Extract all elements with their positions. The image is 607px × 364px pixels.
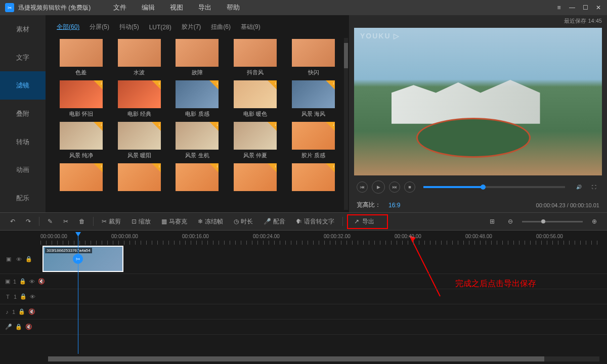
export-button[interactable]: ↗导出 — [347, 214, 388, 229]
watermark: YOUKU ▷ — [360, 32, 400, 40]
video-track[interactable]: ▣👁🔒 303f18662533767a4a54 ✂ — [0, 245, 607, 274]
menu-export[interactable]: 导出 — [191, 3, 219, 12]
export-icon: ↗ — [354, 218, 359, 225]
filter-thumbnail[interactable]: 风景 生机 — [173, 122, 222, 159]
filter-tab[interactable]: 扭曲(6) — [211, 23, 231, 31]
freeze-icon: ❄ — [198, 218, 203, 225]
fullscreen-icon[interactable]: ⛶ — [588, 181, 599, 193]
sidebar-tab-transition[interactable]: 转场 — [0, 128, 46, 156]
clock-icon: ◷ — [234, 218, 239, 225]
filter-tab[interactable]: 全部(60) — [57, 23, 79, 31]
filter-thumbnail[interactable]: 风景 纯净 — [57, 122, 106, 159]
crop-icon: ✂ — [102, 218, 107, 225]
thumbnail-label: 风景 纯净 — [69, 152, 93, 159]
filter-thumbnail[interactable]: 故障 — [173, 39, 222, 76]
filter-thumbnail[interactable] — [173, 163, 222, 193]
filter-thumbnail[interactable]: 色差 — [57, 39, 106, 76]
edit-tool-icon[interactable]: ✎ — [44, 216, 57, 226]
zoom-slider[interactable] — [522, 221, 583, 222]
hamburger-icon[interactable]: ≡ — [555, 4, 562, 11]
filter-thumbnails-grid: 色差水波故障抖音风快闪电影 怀旧电影 经典电影 质感电影 暖色风景 海风风景 纯… — [52, 39, 343, 193]
crop-tool[interactable]: ✂裁剪 — [98, 216, 125, 228]
dub-tool[interactable]: 🎤配音 — [259, 216, 289, 228]
filter-tab[interactable]: 分屏(5) — [90, 23, 109, 31]
sidebar-tab-filter[interactable]: 滤镜 — [0, 71, 46, 100]
filter-thumbnail[interactable]: 快闪 — [289, 39, 338, 76]
cut-tool-icon[interactable]: ✂ — [59, 216, 72, 226]
filter-thumbnail[interactable]: 风景 暖阳 — [115, 122, 164, 159]
ruler-tick: 00:00:48.00 — [465, 234, 492, 239]
aspect-value[interactable]: 16:9 — [388, 202, 400, 209]
filter-tab[interactable]: 胶片(7) — [182, 23, 201, 31]
filter-thumbnail[interactable]: 风景 海风 — [289, 80, 338, 118]
filter-thumbnail[interactable] — [115, 163, 164, 193]
titlebar: ✂ 迅捷视频剪辑软件 (免费版) 文件 编辑 视图 导出 帮助 ≡ — ☐ ✕ — [0, 0, 607, 15]
audio-track[interactable]: ♪1🔒🔇 — [0, 304, 607, 320]
text-track[interactable]: T1🔒👁 — [0, 289, 607, 304]
filter-thumbnail[interactable]: 电影 质感 — [173, 80, 222, 118]
sidebar-tab-material[interactable]: 素材 — [0, 15, 46, 43]
menu-edit[interactable]: 编辑 — [134, 3, 162, 12]
play-button[interactable]: ▶ — [372, 180, 385, 194]
filter-thumbnail[interactable]: 电影 暖色 — [231, 80, 280, 118]
filter-thumbnail[interactable]: 电影 经典 — [115, 80, 164, 118]
prev-frame-button[interactable]: ⏮ — [357, 181, 368, 193]
thumbnail-label: 电影 暖色 — [243, 110, 267, 118]
stt-tool[interactable]: 🗣语音转文字 — [292, 216, 338, 228]
filter-thumbnail[interactable] — [231, 163, 280, 193]
video-clip[interactable]: 303f18662533767a4a54 ✂ — [42, 246, 123, 272]
menu-view[interactable]: 视图 — [162, 3, 191, 12]
zoom-out-button[interactable]: ⊖ — [504, 216, 517, 226]
sidebar-tab-music[interactable]: 配乐 — [0, 184, 46, 212]
filter-tab[interactable]: 基础(9) — [241, 23, 261, 31]
voice-track[interactable]: 🎤🔒🔇 — [0, 320, 607, 335]
zoom-tool[interactable]: ⊡缩放 — [127, 216, 155, 228]
redo-button[interactable]: ↷ — [22, 216, 35, 226]
thumbnail-label: 水波 — [134, 69, 145, 76]
zoom-in-button[interactable]: ⊕ — [588, 216, 601, 226]
video-track-icon: ▣ — [5, 256, 12, 263]
timeline-toolbar: ↶ ↷ ✎ ✂ 🗑 ✂裁剪 ⊡缩放 ▦马赛克 ❄冻结帧 ◷时长 🎤配音 🗣语音转… — [0, 212, 607, 231]
freeze-tool[interactable]: ❄冻结帧 — [194, 216, 227, 228]
preview-video[interactable]: YOUKU ▷ — [354, 28, 602, 175]
thumbnail-label: 风景 暖阳 — [127, 152, 151, 159]
timeline-scrollbar[interactable] — [48, 356, 599, 361]
close-icon[interactable]: ✕ — [595, 4, 602, 11]
menu-file[interactable]: 文件 — [106, 3, 134, 12]
library-scrollbar[interactable] — [344, 38, 348, 210]
volume-icon[interactable]: 🔊 — [573, 181, 584, 193]
fit-button[interactable]: ⊞ — [486, 216, 499, 226]
thumbnail-label: 风景 海风 — [301, 110, 325, 118]
filter-thumbnail[interactable]: 风景 仲夏 — [231, 122, 280, 159]
zoom-icon: ⊡ — [132, 218, 137, 225]
filter-tab[interactable]: LUT(28) — [149, 24, 171, 31]
menu-help[interactable]: 帮助 — [219, 3, 247, 12]
overlay-track-icon: ▣ — [5, 278, 10, 285]
sidebar-tab-animation[interactable]: 动画 — [0, 156, 46, 185]
filter-thumbnail[interactable]: 抖音风 — [231, 39, 280, 76]
filter-tab[interactable]: 抖动(5) — [119, 23, 139, 31]
duration-tool[interactable]: ◷时长 — [230, 216, 257, 228]
filter-thumbnail[interactable]: 电影 怀旧 — [57, 80, 106, 118]
timecode: 00:00:04.23 / 00:00:10.01 — [536, 202, 599, 208]
filter-thumbnail[interactable] — [57, 163, 106, 193]
stop-button[interactable]: ■ — [404, 181, 415, 193]
undo-button[interactable]: ↶ — [6, 216, 19, 226]
thumbnail-label: 电影 经典 — [127, 110, 151, 118]
progress-bar[interactable] — [423, 186, 565, 188]
next-frame-button[interactable]: ⏭ — [389, 181, 400, 193]
delete-tool-icon[interactable]: 🗑 — [75, 216, 89, 226]
sidebar-tab-overlay[interactable]: 叠附 — [0, 100, 46, 128]
time-ruler[interactable]: 00:00:00.0000:00:08.0000:00:16.0000:00:2… — [40, 231, 607, 245]
filter-thumbnail[interactable]: 胶片 质感 — [289, 122, 338, 159]
playhead[interactable] — [78, 232, 78, 354]
mic-track-icon: 🎤 — [5, 324, 12, 331]
mosaic-tool[interactable]: ▦马赛克 — [157, 216, 191, 228]
sidebar-tab-text[interactable]: 文字 — [0, 43, 46, 72]
filter-thumbnail[interactable] — [289, 163, 338, 193]
minimize-icon[interactable]: — — [569, 4, 576, 11]
download-badge-icon — [152, 80, 161, 89]
filter-thumbnail[interactable]: 水波 — [115, 39, 164, 76]
clip-name: 303f18662533767a4a54 — [45, 248, 92, 253]
maximize-icon[interactable]: ☐ — [582, 4, 589, 11]
